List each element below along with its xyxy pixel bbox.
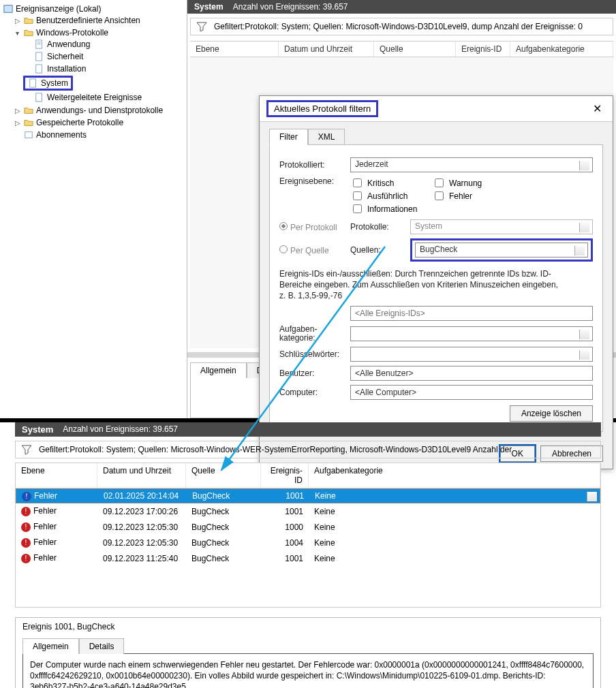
lbl-computer: Computer: <box>279 388 345 397</box>
filter-bar: Gefiltert:Protokoll: System; Quellen: Mi… <box>190 18 613 35</box>
cb-critical[interactable]: Kritisch <box>350 176 432 189</box>
folder-icon <box>23 118 34 127</box>
tree-label: Sicherheit <box>47 52 83 61</box>
col-event-id-2[interactable]: Ereignis-ID <box>261 463 309 488</box>
sel-logged[interactable]: Jederzeit <box>350 157 593 172</box>
tree-security[interactable]: Sicherheit <box>23 51 187 62</box>
tree-installation[interactable]: Installation <box>23 63 187 74</box>
lbl-level: Ereignisebene: <box>279 176 345 186</box>
funnel-icon <box>196 21 207 32</box>
col-source-2[interactable]: Quelle <box>186 463 261 488</box>
col-source[interactable]: Quelle <box>374 42 456 57</box>
col-level-2[interactable]: Ebene <box>16 463 97 488</box>
tree-root[interactable]: Ereignisanzeige (Lokal) <box>1 3 187 14</box>
btn-clear-display[interactable]: Anzeige löschen <box>510 405 593 422</box>
tree-windows-logs[interactable]: ▾ Windows-Protokolle <box>12 27 187 38</box>
sel-keywords[interactable] <box>350 347 593 362</box>
col-date[interactable]: Datum und Uhrzeit <box>279 42 374 57</box>
cb-verbose[interactable]: Ausführlich <box>350 189 432 202</box>
tree-label: Benutzerdefinierte Ansichten <box>36 16 140 25</box>
table-row[interactable]: !Fehler09.12.2023 12:05:30BugCheck1004Ke… <box>16 535 600 550</box>
header-title: System <box>194 2 224 12</box>
table-row[interactable]: !Fehler09.12.2023 17:00:26BugCheck1001Ke… <box>16 503 600 519</box>
table-row[interactable]: !Fehler09.12.2023 12:05:30BugCheck1000Ke… <box>16 519 600 535</box>
tree-application[interactable]: Anwendung <box>23 39 187 50</box>
grid-header: Ebene Datum und Uhrzeit Quelle Ereignis-… <box>190 41 613 57</box>
chevron-down-icon <box>582 353 587 358</box>
expand-icon[interactable]: ▷ <box>14 119 21 127</box>
log-icon <box>34 93 45 102</box>
tree-label: Windows-Protokolle <box>36 28 108 37</box>
cb-information[interactable]: Informationen <box>350 202 432 215</box>
header-count: 39.657 <box>323 2 348 12</box>
tab-general[interactable]: Allgemein <box>190 362 247 378</box>
tree-saved-logs[interactable]: ▷Gespeicherte Protokolle <box>12 117 187 128</box>
lbl-keywords: Schlüsselwörter: <box>279 349 345 359</box>
tree-label: Anwendung <box>47 40 90 49</box>
folder-icon <box>23 28 34 37</box>
svg-rect-0 <box>4 5 12 13</box>
sel-logs-value: System <box>415 221 442 231</box>
chevron-down-icon <box>582 332 587 338</box>
tree-system[interactable]: System <box>27 78 70 89</box>
filter-text-2: Gefiltert:Protokoll: System; Quellen: Mi… <box>39 445 512 454</box>
col-date-2[interactable]: Datum und Uhrzeit <box>97 463 186 488</box>
expand-icon[interactable]: ▷ <box>14 17 21 25</box>
col-category-2[interactable]: Aufgabenkategorie <box>309 463 600 488</box>
sel-sources[interactable]: BugCheck <box>415 243 588 257</box>
table-row[interactable]: !Fehler09.12.2023 11:25:40BugCheck1001Ke… <box>16 550 600 566</box>
tree-custom-views[interactable]: ▷ Benutzerdefinierte Ansichten <box>12 15 187 26</box>
tree-label: Weitergeleitete Ereignisse <box>47 93 142 102</box>
tab-general-2[interactable]: Allgemein <box>22 638 79 654</box>
chevron-down-icon <box>582 163 587 169</box>
header-count-label: Anzahl von Ereignissen: <box>233 2 321 12</box>
tree-label: Gespeicherte Protokolle <box>36 118 123 127</box>
header-title-2: System <box>22 424 53 435</box>
cb-warning[interactable]: Warnung <box>432 176 514 189</box>
close-icon[interactable]: ✕ <box>589 102 606 115</box>
inp-event-ids[interactable] <box>350 306 593 321</box>
tree-subscriptions[interactable]: Abonnements <box>12 129 187 140</box>
tree-label: System <box>41 78 68 88</box>
sel-logged-value: Jederzeit <box>355 159 388 169</box>
lbl-logs: Protokolle: <box>350 222 405 232</box>
lbl-task-category: Aufgaben-kategorie: <box>279 325 345 343</box>
svg-rect-3 <box>37 44 41 44</box>
error-icon: ! <box>22 492 31 501</box>
inp-user[interactable] <box>350 366 593 381</box>
tree-label: Abonnements <box>36 130 87 140</box>
inp-computer[interactable] <box>350 385 593 400</box>
subscription-icon <box>23 130 34 140</box>
dlg-tab-filter[interactable]: Filter <box>269 129 308 145</box>
radio-per-log: Per Protokoll <box>279 222 345 232</box>
col-level[interactable]: Ebene <box>190 42 279 57</box>
sel-logs: System <box>410 219 593 234</box>
expand-icon[interactable]: ▷ <box>14 107 21 114</box>
folder-icon <box>23 106 34 115</box>
tree-forwarded[interactable]: Weitergeleitete Ereignisse <box>23 92 187 103</box>
col-category[interactable]: Aufgabenkategorie <box>510 42 613 57</box>
dialog-title: Aktuelles Protokoll filtern <box>266 100 378 117</box>
dlg-tab-xml[interactable]: XML <box>308 129 345 145</box>
system-header-2: System Anzahl von Ereignissen: 39.657 <box>15 422 601 437</box>
ids-help-text: Ereignis-IDs ein-/ausschließen: Durch Tr… <box>279 268 566 302</box>
tree-pane: Ereignisanzeige (Lokal) ▷ Benutzerdefini… <box>0 0 187 418</box>
svg-rect-8 <box>25 132 33 138</box>
log-icon <box>28 78 39 88</box>
cb-error[interactable]: Fehler <box>432 189 514 202</box>
tree[interactable]: Ereignisanzeige (Lokal) ▷ Benutzerdefini… <box>0 3 187 142</box>
chevron-down-icon <box>577 249 583 254</box>
event-detail-box: Ereignis 1001, BugCheck Allgemein Detail… <box>15 617 601 688</box>
table-row[interactable]: !Fehler02.01.2025 20:14:04BugCheck1001Ke… <box>16 488 600 503</box>
error-icon: ! <box>21 522 31 532</box>
tab-details-2[interactable]: Details <box>79 638 125 654</box>
sel-task-category[interactable] <box>350 326 593 341</box>
lbl-logged: Protokolliert: <box>279 160 345 170</box>
collapse-icon[interactable]: ▾ <box>14 29 21 37</box>
lbl-user: Benutzer: <box>279 369 345 378</box>
error-icon: ! <box>21 554 31 563</box>
svg-rect-4 <box>36 52 42 61</box>
tree-app-service-logs[interactable]: ▷Anwendungs- und Dienstprotokolle <box>12 105 187 116</box>
filter-dialog: Aktuelles Protokoll filtern ✕ Filter XML… <box>259 95 613 469</box>
col-event-id[interactable]: Ereignis-ID <box>456 42 510 57</box>
